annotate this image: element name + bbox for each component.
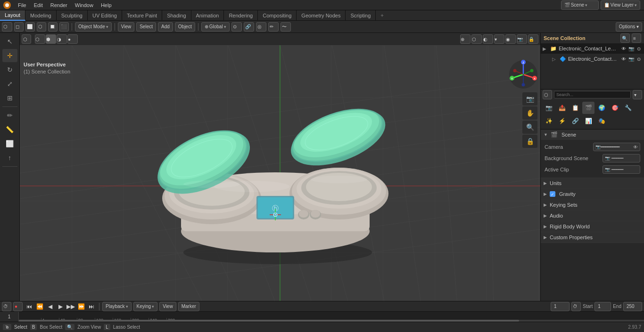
annotate-btn[interactable]: ✏ [268,22,279,32]
prop-tab-scene[interactable]: 🎬 [582,102,594,114]
current-frame-display[interactable]: 1 [551,302,570,311]
prop-tab-constraints[interactable]: 🔗 [569,115,581,127]
menu-help[interactable]: Help [97,1,116,9]
camera-prop-value[interactable]: 📷 ━━━━━━━━ 👁 [593,143,640,151]
nav-camera-btn[interactable]: 📷 [522,92,537,105]
tab-layout[interactable]: Layout [0,10,25,21]
tool-move[interactable]: ✛ [2,49,17,62]
viewport-navigation-gizmo[interactable]: Z X Y [508,59,537,88]
clock-icon-btn[interactable]: ⏱ [571,302,581,311]
active-clip-value[interactable]: 📷 ━━━━━ [603,165,640,174]
properties-editor-type[interactable]: ⬡ [543,90,552,99]
prop-tab-object[interactable]: 🎯 [609,102,621,114]
timeline-scrollbar-thumb[interactable] [19,320,519,322]
marker-menu-btn[interactable]: Marker [178,302,199,311]
outliner-visibility-icon-2[interactable]: 👁 [620,56,627,62]
menu-window[interactable]: Window [71,1,97,9]
transform-orientation-btn[interactable]: ⊕ Global ▾ [201,22,230,32]
shading-material[interactable]: ◑ [57,34,67,44]
select-mode-edit[interactable]: ⬜ [25,22,35,32]
viewport-lock-toggle[interactable]: 🔒 [528,34,538,44]
proportional-btn[interactable]: ◎ [256,22,266,32]
select-icon-2[interactable]: 🔲 [48,22,58,32]
outliner-visibility-icon[interactable]: 👁 [620,45,627,52]
prop-tab-data[interactable]: 📊 [582,115,594,127]
viewport-overlay-toggle[interactable]: ⬡ [471,34,482,44]
jump-back-btn[interactable]: ⏪ [35,302,44,311]
tab-scripting[interactable]: Scripting [346,10,376,21]
outliner-search-btn[interactable]: 🔍 [620,33,630,43]
tab-sculpting[interactable]: Sculpting [57,10,88,21]
outliner-restrict-icon[interactable]: ⊙ [636,45,642,52]
tool-rotate[interactable]: ↻ [2,63,17,76]
record-btn[interactable]: ● [13,302,23,311]
rigid-body-world-header[interactable]: ▶ Rigid Body World [541,221,644,232]
tool-scale[interactable]: ⤢ [2,77,17,90]
tool-transform[interactable]: ⊞ [2,91,17,105]
viewport-xray-toggle[interactable]: ◐ [483,34,493,44]
object-menu-btn[interactable]: Object [175,22,195,32]
viewport-camera-view[interactable]: 📷 [517,34,527,44]
timeline-editor-type[interactable]: ⏱ [2,302,11,311]
menu-edit[interactable]: Edit [30,1,47,9]
tab-animation[interactable]: Animation [191,10,224,21]
tool-add-cube[interactable]: ⬜ [2,137,17,150]
tab-uv-editing[interactable]: UV Editing [88,10,122,21]
gravity-checkbox[interactable]: ✓ [550,191,555,197]
viewport-gizmo-toggle[interactable]: ⊕ [460,34,471,44]
jump-to-start-btn[interactable]: ⏮ [25,302,34,311]
jump-to-end-btn[interactable]: ⏭ [87,302,96,311]
outliner-collection-item[interactable]: ▶ 📁 Electronic_Contact_Lens_Cas 👁 📷 ⊙ [541,43,644,54]
tab-modeling[interactable]: Modeling [25,10,57,21]
pivot-btn[interactable]: ⊙ [231,22,242,32]
select-mode-obj[interactable]: ◻ [14,22,24,32]
select-icon-1[interactable]: ⬡ [37,22,46,32]
tab-texture-paint[interactable]: Texture Paint [122,10,162,21]
jump-forward-btn[interactable]: ⏩ [76,302,86,311]
prop-tab-physics[interactable]: ⚡ [556,115,568,127]
custom-properties-header[interactable]: ▶ Custom Properties [541,232,644,243]
outliner-mesh-item[interactable]: ▷ 🔷 Electronic_Contact_Lens_ 👁 📷 ⊙ [541,54,644,64]
play-btn[interactable]: ▶ [56,302,65,311]
timeline-scrollbar[interactable] [19,320,644,322]
start-frame-input[interactable]: 1 [594,302,611,311]
nav-hand-btn[interactable]: ✋ [522,106,537,120]
outliner-render-icon-2[interactable]: 📷 [628,56,635,62]
shading-rendered[interactable]: ● [67,34,78,44]
tool-measure[interactable]: 📏 [2,123,17,136]
prop-tab-material[interactable]: 🎭 [595,115,608,127]
gravity-section-header[interactable]: ▶ ✓ Gravity [541,189,644,199]
outliner-filter-btn[interactable]: ≡ [632,33,641,43]
view-layer-selector[interactable]: 📋 View Layer ▾ [601,0,640,10]
tool-annotate[interactable]: ✏ [2,109,17,122]
shading-wireframe[interactable]: ⬡ [35,34,45,44]
tool-cursor[interactable]: ↖ [2,35,17,48]
viewport-render-preview[interactable]: ◉ [505,34,516,44]
editor-type-btn[interactable]: ⬡ [2,22,12,32]
prop-tab-view-layer[interactable]: 📋 [569,102,581,114]
select-menu-btn[interactable]: Select [136,22,156,32]
prop-tab-world[interactable]: 🌍 [595,102,608,114]
select-icon-3[interactable]: ⬛ [59,22,69,32]
prop-tab-render[interactable]: 📷 [543,102,555,114]
viewport-3d[interactable]: ⬡ ⬡ ⬢ ◑ ● ⊕ ⬡ ◐ ▾ ◉ 📷 🔒 [20,33,540,301]
keying-menu-btn[interactable]: Keying ▾ [133,302,158,311]
outliner-mesh-expand[interactable]: ▷ [552,57,558,62]
play-forward-btn[interactable]: ▶▶ [66,302,75,311]
camera-pick-icon[interactable]: 👁 [633,145,638,150]
properties-options-btn[interactable]: ▾ [633,90,642,99]
prop-tab-modifiers[interactable]: 🔧 [622,102,634,114]
tab-rendering[interactable]: Rendering [224,10,258,21]
keying-sets-header[interactable]: ▶ Keying Sets [541,200,644,210]
end-frame-input[interactable]: 250 [623,302,642,311]
outliner-expand-icon[interactable]: ▶ [543,46,548,51]
view-menu-btn[interactable]: View [118,22,135,32]
play-back-btn[interactable]: ◀ [45,302,55,311]
nav-lock-btn[interactable]: 🔒 [522,135,537,148]
scene-section-header[interactable]: ▼ 🎬 Scene [541,130,644,140]
add-menu-btn[interactable]: Add [158,22,173,32]
object-mode-btn[interactable]: Object Mode ▾ [75,22,112,32]
scene-selector[interactable]: 🎬 Scene ▾ [561,0,599,10]
add-workspace-btn[interactable]: ＋ [376,11,388,20]
curve-btn[interactable]: 〜 [281,22,291,32]
